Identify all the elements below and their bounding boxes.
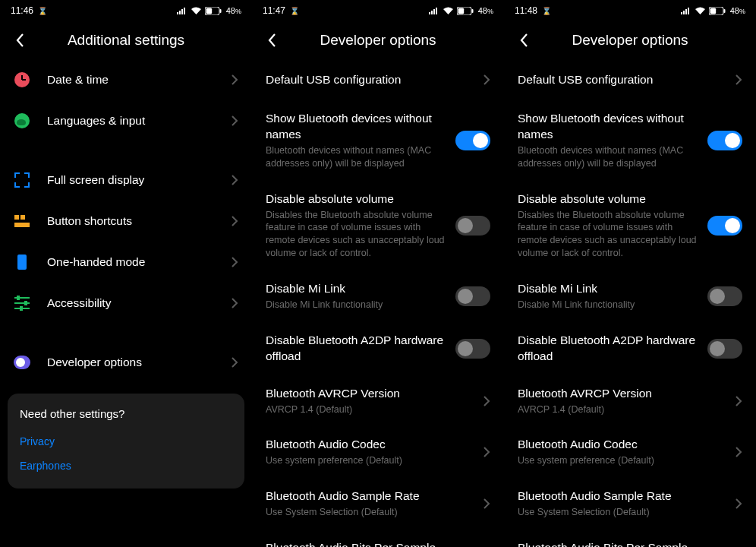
toggle-switch[interactable] — [707, 339, 742, 359]
setting-default-usb-configuration[interactable]: Default USB configuration — [504, 59, 756, 100]
need-other-settings-card: Need other settings? PrivacyEarphones — [8, 394, 244, 489]
header: Developer options — [252, 21, 504, 59]
setting-bluetooth-audio-sample-rate[interactable]: Bluetooth Audio Sample Rate Use System S… — [252, 478, 504, 530]
need-link-earphones[interactable]: Earphones — [20, 454, 232, 478]
wifi-icon — [695, 7, 706, 15]
setting-subtitle: Bluetooth devices without names (MAC add… — [518, 144, 701, 170]
screen: 11:48 ⌛ 48% Developer options Default US… — [504, 0, 756, 547]
setting-bluetooth-avrcp-version[interactable]: Bluetooth AVRCP Version AVRCP 1.4 (Defau… — [252, 375, 504, 427]
buttons-icon — [14, 213, 30, 229]
svg-rect-10 — [436, 8, 437, 14]
chevron-right-icon — [232, 216, 238, 226]
setting-title: Bluetooth Audio Sample Rate — [266, 489, 477, 504]
svg-rect-15 — [683, 11, 685, 14]
setting-show-bluetooth-devices-without-names[interactable]: Show Bluetooth devices without names Blu… — [504, 100, 756, 181]
setting-show-bluetooth-devices-without-names[interactable]: Show Bluetooth devices without names Blu… — [252, 100, 504, 181]
toggle-switch[interactable] — [707, 216, 742, 236]
svg-rect-20 — [723, 9, 725, 13]
setting-one-handed-mode[interactable]: One-handed mode — [0, 242, 252, 283]
setting-default-usb-configuration[interactable]: Default USB configuration — [252, 59, 504, 100]
toggle-switch[interactable] — [455, 216, 490, 236]
setting-bluetooth-audio-codec[interactable]: Bluetooth Audio Codec Use system prefere… — [252, 426, 504, 478]
setting-title: Disable Mi Link — [266, 281, 449, 297]
chevron-right-icon — [232, 175, 238, 185]
setting-bluetooth-audio-bits-per-sample[interactable]: Bluetooth Audio Bits Per Sample Use Syst… — [504, 530, 756, 547]
hourglass-icon: ⌛ — [542, 7, 551, 15]
setting-bluetooth-audio-codec[interactable]: Bluetooth Audio Codec Use system prefere… — [504, 426, 756, 478]
status-bar: 11:48 ⌛ 48% — [504, 0, 756, 21]
svg-rect-14 — [681, 12, 682, 14]
setting-bluetooth-audio-sample-rate[interactable]: Bluetooth Audio Sample Rate Use System S… — [504, 478, 756, 530]
battery-percent: 48% — [478, 6, 493, 15]
chevron-right-icon — [232, 115, 238, 126]
svg-rect-12 — [458, 8, 464, 14]
setting-date-time[interactable]: Date & time — [0, 59, 252, 100]
setting-subtitle: AVRCP 1.4 (Default) — [518, 403, 729, 416]
chevron-right-icon — [484, 498, 490, 509]
need-link-privacy[interactable]: Privacy — [20, 429, 232, 454]
status-bar: 11:47 ⌛ 48% — [252, 0, 504, 21]
header: Additional settings — [0, 21, 252, 59]
chevron-left-icon — [16, 33, 24, 47]
svg-rect-9 — [433, 9, 435, 14]
setting-developer-options[interactable]: Developer options — [0, 342, 252, 383]
chevron-right-icon — [736, 74, 742, 85]
sliders-icon — [14, 295, 30, 311]
hourglass-icon: ⌛ — [38, 7, 47, 15]
setting-title: Bluetooth AVRCP Version — [518, 386, 729, 402]
setting-title: Disable absolute volume — [266, 191, 449, 207]
setting-title: Default USB configuration — [518, 72, 729, 88]
setting-disable-bluetooth-a2dp-hardware-offload[interactable]: Disable Bluetooth A2DP hardware offload — [252, 322, 504, 375]
setting-bluetooth-audio-bits-per-sample[interactable]: Bluetooth Audio Bits Per Sample Use Syst… — [252, 530, 504, 547]
setting-accessibility[interactable]: Accessibility — [0, 283, 252, 324]
setting-subtitle: Disable Mi Link functionality — [266, 299, 449, 311]
chevron-right-icon — [232, 74, 238, 85]
dev-icon — [14, 354, 30, 371]
setting-disable-bluetooth-a2dp-hardware-offload[interactable]: Disable Bluetooth A2DP hardware offload — [504, 322, 756, 375]
status-bar: 11:46 ⌛ 48% — [0, 0, 252, 21]
setting-bluetooth-avrcp-version[interactable]: Bluetooth AVRCP Version AVRCP 1.4 (Defau… — [504, 375, 756, 427]
setting-languages-input[interactable]: Languages & input — [0, 100, 252, 141]
setting-full-screen-display[interactable]: Full screen display — [0, 160, 252, 201]
header: Developer options — [504, 21, 756, 59]
setting-title: Developer options — [47, 355, 225, 371]
globe-icon — [14, 112, 30, 129]
page-title: Developer options — [534, 32, 726, 49]
clock-icon — [14, 71, 30, 88]
signal-icon — [681, 7, 691, 14]
chevron-left-icon — [520, 33, 528, 47]
setting-title: Disable absolute volume — [518, 191, 701, 207]
setting-subtitle: Disable Mi Link functionality — [518, 299, 701, 311]
chevron-right-icon — [232, 257, 238, 267]
toggle-switch[interactable] — [455, 131, 490, 150]
setting-title: Bluetooth Audio Sample Rate — [518, 489, 729, 504]
svg-rect-3 — [184, 8, 185, 14]
setting-title: Default USB configuration — [266, 72, 477, 88]
back-button[interactable] — [9, 30, 30, 51]
chevron-right-icon — [736, 498, 742, 509]
back-button[interactable] — [261, 30, 282, 51]
svg-rect-16 — [685, 9, 687, 14]
back-button[interactable] — [513, 30, 534, 51]
svg-rect-6 — [219, 9, 221, 13]
toggle-switch[interactable] — [707, 286, 742, 306]
toggle-switch[interactable] — [707, 131, 742, 150]
svg-rect-7 — [429, 12, 430, 14]
battery-percent: 48% — [226, 6, 241, 15]
setting-title: Disable Bluetooth A2DP hardware offload — [266, 333, 449, 365]
toggle-switch[interactable] — [455, 339, 490, 359]
wifi-icon — [443, 7, 454, 15]
setting-disable-mi-link[interactable]: Disable Mi Link Disable Mi Link function… — [252, 270, 504, 322]
toggle-switch[interactable] — [455, 286, 490, 306]
setting-title: Full screen display — [47, 172, 225, 188]
page-title: Additional settings — [30, 32, 222, 49]
signal-icon — [177, 7, 187, 14]
setting-subtitle: Disables the Bluetooth absolute volume f… — [518, 209, 701, 261]
setting-disable-absolute-volume[interactable]: Disable absolute volume Disables the Blu… — [252, 181, 504, 270]
chevron-right-icon — [232, 357, 238, 368]
setting-disable-absolute-volume[interactable]: Disable absolute volume Disables the Blu… — [504, 181, 756, 270]
setting-disable-mi-link[interactable]: Disable Mi Link Disable Mi Link function… — [504, 270, 756, 322]
setting-button-shortcuts[interactable]: Button shortcuts — [0, 201, 252, 242]
svg-rect-8 — [431, 11, 433, 14]
status-time: 11:47 — [263, 5, 285, 16]
